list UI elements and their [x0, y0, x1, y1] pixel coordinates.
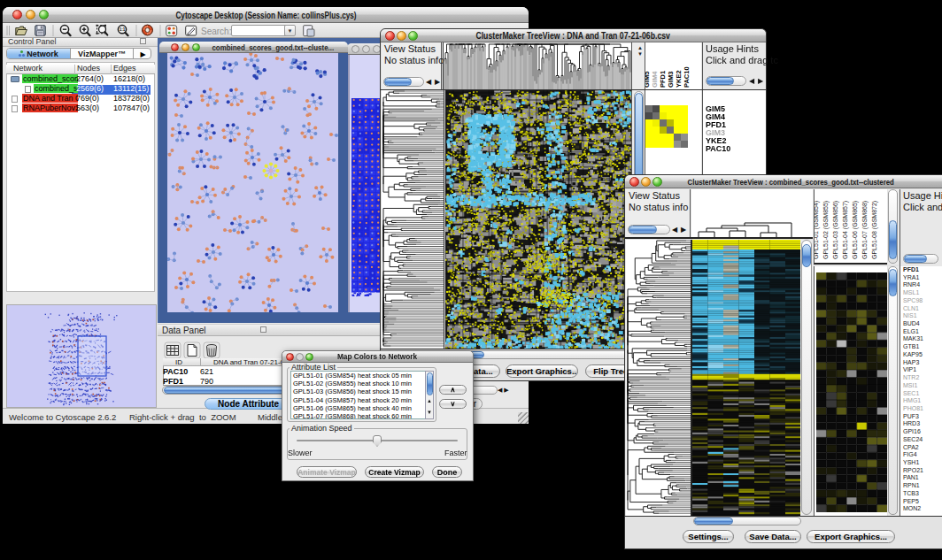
svg-text:1:1: 1:1 — [120, 27, 126, 32]
